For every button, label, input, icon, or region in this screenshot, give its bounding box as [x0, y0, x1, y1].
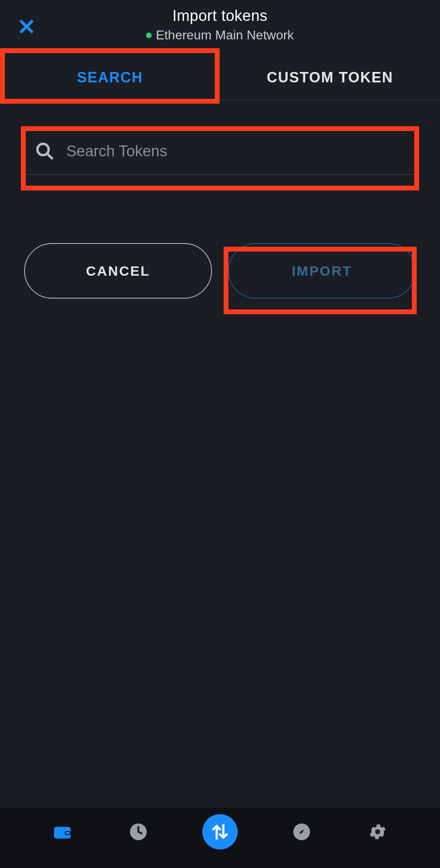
cancel-button[interactable]: CANCEL — [24, 243, 212, 299]
import-button[interactable]: IMPORT — [228, 243, 416, 299]
compass-icon — [292, 822, 312, 842]
nav-wallet[interactable] — [50, 820, 74, 844]
nav-activity[interactable] — [126, 820, 150, 844]
close-button[interactable] — [15, 15, 38, 38]
bottom-nav — [0, 808, 440, 868]
network-indicator: Ethereum Main Network — [0, 28, 440, 43]
nav-settings[interactable] — [366, 820, 390, 844]
swap-icon — [210, 822, 230, 842]
svg-rect-4 — [66, 832, 70, 834]
nav-browser[interactable] — [290, 820, 314, 844]
network-status-dot — [146, 33, 152, 38]
action-buttons: CANCEL IMPORT — [24, 243, 416, 299]
gear-icon — [368, 822, 388, 842]
page-title: Import tokens — [0, 7, 440, 25]
clock-icon — [128, 822, 148, 842]
network-label: Ethereum Main Network — [156, 28, 294, 43]
tab-search[interactable]: SEARCH — [0, 56, 220, 100]
close-icon — [18, 18, 35, 35]
search-container — [23, 127, 417, 175]
search-box[interactable] — [23, 127, 417, 175]
svg-point-7 — [375, 829, 380, 835]
search-input[interactable] — [66, 143, 405, 160]
header: Import tokens Ethereum Main Network — [0, 0, 440, 43]
search-icon — [35, 141, 54, 161]
nav-swap[interactable] — [202, 814, 238, 850]
tab-custom-token[interactable]: CUSTOM TOKEN — [220, 56, 440, 100]
tabs: SEARCH CUSTOM TOKEN — [0, 56, 440, 100]
svg-line-1 — [47, 154, 52, 158]
wallet-icon — [52, 822, 72, 842]
